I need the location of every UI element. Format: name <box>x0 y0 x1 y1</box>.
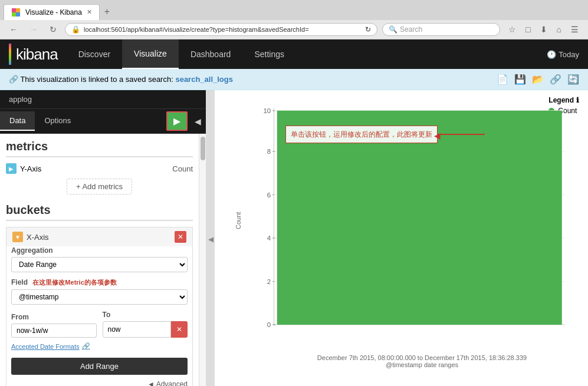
link-icon: 🔗 <box>9 75 18 84</box>
svg-text:8: 8 <box>267 148 271 155</box>
nav-item-dashboard[interactable]: Dashboard <box>179 39 243 69</box>
left-panel: applog Data Options ▶ ◀ metrics ▶ Y-Axis <box>0 90 206 386</box>
panel-title: applog <box>0 90 41 108</box>
advanced-link[interactable]: ◄ Advanced <box>6 378 192 386</box>
y-axis-item: ▶ Y-Axis Count <box>6 163 193 174</box>
y-axis-value: Count <box>172 164 193 173</box>
nav-item-discover[interactable]: Discover <box>67 39 122 69</box>
to-input-group: ✕ <box>103 321 188 338</box>
kibana-navbar: kibana Discover Visualize Dashboard Sett… <box>0 39 588 69</box>
right-panel: Legend ℹ Count 单击该按钮，运用修改后的配置，此图将更新 ◀ <box>215 90 588 386</box>
aggregation-form-group: Aggregation Date Range <box>6 246 192 272</box>
x-axis-date-range: December 7th 2015, 08:00:00.000 to Decem… <box>268 354 576 361</box>
chart-bar <box>277 111 562 325</box>
y-axis-text: Y-Axis <box>20 164 41 173</box>
tab-close-button[interactable]: ✕ <box>87 8 92 16</box>
logo-bar <box>9 44 11 65</box>
home-icon[interactable]: ⌂ <box>553 24 565 35</box>
buckets-section-title: buckets <box>6 203 193 221</box>
refresh-icon: ↻ <box>365 25 371 34</box>
chart-svg: 0 2 4 6 8 10 <box>244 102 576 349</box>
y-axis-expand-button[interactable]: ▶ <box>6 163 17 174</box>
bookmark-icon[interactable]: ☆ <box>505 24 520 35</box>
x-axis-expand-button[interactable]: ▼ <box>12 232 23 242</box>
x-axis-text: X-Axis <box>27 233 49 242</box>
x-axis-bucket: ▼ X-Axis ✕ Aggregation Date Range <box>6 227 193 386</box>
from-col: From <box>11 313 97 338</box>
to-label: To <box>103 311 188 319</box>
tab-data[interactable]: Data <box>0 111 35 131</box>
y-axis-label: ▶ Y-Axis <box>6 163 41 174</box>
svg-text:2: 2 <box>267 278 271 285</box>
main-layout: applog Data Options ▶ ◀ metrics ▶ Y-Axis <box>0 90 588 386</box>
forward-button[interactable]: → <box>26 24 41 35</box>
browser-search-box[interactable]: 🔍 Search <box>382 23 500 36</box>
saved-search-link[interactable]: search_all_logs <box>175 75 233 84</box>
date-range-row: From To ✕ <box>6 311 192 338</box>
from-input[interactable] <box>11 324 97 338</box>
share-icon-button[interactable]: 🔗 <box>550 74 561 85</box>
nav-item-settings[interactable]: Settings <box>242 39 296 69</box>
svg-text:6: 6 <box>267 192 271 199</box>
refresh-button[interactable]: ↻ <box>46 24 60 35</box>
tab-favicon <box>11 8 21 17</box>
url-text: localhost:5601/app/kibana#/visualize/cre… <box>84 26 362 33</box>
logo-text: kibana <box>16 45 58 64</box>
add-metrics-button[interactable]: + Add metrics <box>67 179 132 194</box>
to-input[interactable] <box>103 321 172 338</box>
link-icon-small: 🔗 <box>82 342 90 350</box>
refresh-icon-button[interactable]: 🔄 <box>567 74 579 85</box>
new-doc-icon-button[interactable]: 📄 <box>497 74 508 85</box>
from-label: From <box>11 313 97 321</box>
panel-content: metrics ▶ Y-Axis Count + Add metrics buc… <box>0 134 199 386</box>
svg-text:0: 0 <box>267 321 271 328</box>
saved-search-message: This visualization is linked to a saved … <box>20 75 173 84</box>
tab-title: Visualize - Kibana <box>25 8 82 17</box>
x-axis-remove-button[interactable]: ✕ <box>175 231 186 243</box>
nav-time[interactable]: 🕐 Today <box>538 50 588 59</box>
saved-search-bar: 🔗 This visualization is linked to a save… <box>0 69 588 90</box>
svg-text:10: 10 <box>263 107 271 114</box>
url-bar[interactable]: 🔒 localhost:5601/app/kibana#/visualize/c… <box>65 23 377 36</box>
scroll-area[interactable] <box>199 134 206 386</box>
time-label: Today <box>559 50 579 59</box>
browser-search-placeholder: Search <box>400 25 422 34</box>
field-annotation: 在这里修改Metric的各项参数 <box>32 279 116 286</box>
new-tab-button[interactable]: + <box>100 4 114 20</box>
lock-icon: 🔒 <box>71 25 80 34</box>
x-axis-header: ▼ X-Axis ✕ <box>6 227 192 246</box>
nav-item-visualize[interactable]: Visualize <box>122 39 179 69</box>
collapse-handle[interactable]: ◀ <box>206 90 215 386</box>
run-button[interactable]: ▶ <box>166 111 188 131</box>
download-icon[interactable]: ⬇ <box>537 24 551 35</box>
menu-icon[interactable]: ☰ <box>567 24 582 35</box>
search-icon: 🔍 <box>389 25 398 34</box>
x-axis-field-label: @timestamp date ranges <box>268 361 576 368</box>
scroll-thumb[interactable] <box>201 137 205 160</box>
clock-icon: 🕐 <box>547 50 556 59</box>
field-form-group: Field 在这里修改Metric的各项参数 @timestamp <box>6 278 192 305</box>
saved-search-actions: 📄 💾 📂 🔗 🔄 <box>497 74 579 85</box>
buckets-section: buckets ▼ X-Axis ✕ Aggregation <box>6 203 193 386</box>
field-select[interactable]: @timestamp <box>11 289 188 305</box>
collapse-panel-button[interactable]: ◀ <box>190 114 206 129</box>
panel-tabs-row: applog <box>0 90 206 109</box>
add-range-button[interactable]: Add Range <box>11 358 188 375</box>
save-icon-button[interactable]: 💾 <box>514 74 526 85</box>
accepted-date-formats[interactable]: Accepted Date Formats 🔗 <box>6 342 192 350</box>
to-col: To ✕ <box>103 311 188 338</box>
metrics-section-title: metrics <box>6 140 193 157</box>
tab-options[interactable]: Options <box>35 111 80 131</box>
panel-tab-row: Data Options ▶ ◀ <box>0 109 206 134</box>
open-icon-button[interactable]: 📂 <box>532 74 544 85</box>
svg-text:4: 4 <box>267 235 271 242</box>
readonly-icon[interactable]: □ <box>522 24 534 35</box>
kibana-logo: kibana <box>0 44 67 65</box>
nav-items: Discover Visualize Dashboard Settings <box>67 39 296 69</box>
back-button[interactable]: ← <box>6 24 21 35</box>
remove-range-button[interactable]: ✕ <box>171 321 188 338</box>
aggregation-select[interactable]: Date Range <box>11 257 188 272</box>
field-label: Field 在这里修改Metric的各项参数 <box>11 278 188 287</box>
chart-area: Legend ℹ Count 单击该按钮，运用修改后的配置，此图将更新 ◀ <box>215 90 588 386</box>
legend-info-icon[interactable]: ℹ <box>576 96 579 104</box>
